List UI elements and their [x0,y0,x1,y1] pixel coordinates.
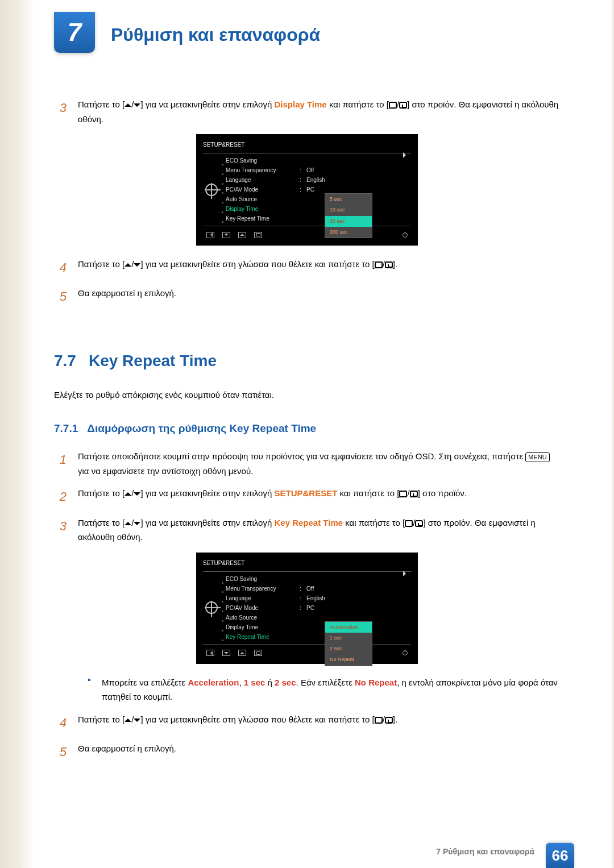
page-number-badge: 66 [546,843,574,868]
osd-screenshot-display-time: SETUP&RESET ECO SavingMenu Transparency:… [196,134,418,246]
highlight-setup-reset: SETUP&RESET [274,488,337,498]
highlight-norepeat: No Repeat [355,678,397,687]
bullet-item: Μπορείτε να επιλέξετε Acceleration, 1 se… [78,675,560,704]
osd-row-label: PC/AV Mode [226,603,300,613]
bullet-text: Μπορείτε να επιλέξετε Acceleration, 1 se… [102,675,560,704]
nav-power-icon [403,650,408,655]
nav-left-icon [206,232,214,238]
nav-down-icon [222,650,230,656]
osd-row-label: ECO Saving [226,574,300,584]
osd-row-label: Auto Source [226,613,300,622]
step-number: 3 [54,516,67,545]
osd-popup-option: 5 sec [325,194,372,205]
rect-icon [375,717,383,724]
down-arrow-icon [134,103,140,110]
enter-icon [385,717,393,724]
step-text: Πατήστε το [/] για να μετακινηθείτε στη … [78,257,560,278]
osd-row-label: Menu Transparency [226,165,300,175]
step-number: 5 [54,741,67,762]
osd-row-label: PC/AV Mode [226,185,300,194]
step-number: 3 [54,97,67,126]
osd-menu-row: ECO Saving [226,156,411,165]
highlight-key-repeat-time: Key Repeat Time [274,518,343,528]
nav-left-icon [206,650,214,656]
osd-row-label: Display Time [226,622,300,632]
up-arrow-icon [125,260,131,267]
osd-row-colon: : [300,165,306,175]
up-arrow-icon [125,715,131,722]
rect-icon [399,491,407,497]
osd-row-colon: : [300,185,306,194]
down-arrow-icon [134,719,140,725]
step-text: Θα εφαρμοστεί η επιλογή. [78,741,560,762]
text: Πατήστε το [ [78,715,125,724]
highlight-display-time: Display Time [274,99,326,109]
osd-menu-row: PC/AV Mode:PC [226,185,411,194]
text: Πατήστε το [ [78,99,125,109]
step-number: 2 [54,486,67,507]
osd-popup-option: Acceleration [325,622,372,633]
osd-popup-option: 10 sec [325,205,372,215]
nav-up-icon [238,650,246,656]
rect-icon [405,520,413,527]
section-heading-7-7: 7.7 Key Repeat Time [54,347,560,375]
enter-icon [410,491,418,497]
text: Πατήστε το [ [78,259,125,269]
text: και πατήστε το [ [327,99,389,109]
osd-row-value: English [306,593,411,603]
osd-divider [203,226,411,226]
osd-menu-dots [222,164,223,223]
osd-menu-list: ECO SavingMenu Transparency:OffLanguage:… [226,156,411,223]
osd-menu-row: Auto Source [226,613,411,622]
page-footer: 7 Ρύθμιση και επαναφορά 66 [0,835,614,868]
osd-row-value: Off [306,165,411,175]
osd-menu-row: Key Repeat Time [226,214,411,223]
osd-menu-row: Language:English [226,175,411,185]
chapter-header: 7 Ρύθμιση και επαναφορά [0,0,614,63]
osd-arrow-right-icon [403,571,409,576]
osd-menu-row: Display Time [226,622,411,632]
subsection-number: 7.7.1 [54,420,78,438]
step-3: 3 Πατήστε το [/] για να μετακινηθείτε στ… [54,516,560,545]
osd-popup-option: 20 sec [325,216,372,227]
osd-menu-row: Menu Transparency:Off [226,165,411,175]
text: και πατήστε το [ [337,488,399,498]
highlight-1sec: 1 sec [244,678,265,687]
enter-icon [399,102,407,109]
text: , [239,678,243,687]
text: ]. [393,259,397,269]
text: Πατήστε το [ [78,488,125,498]
section-description: Ελέγξτε το ρυθμό απόκρισης ενός κουμπιού… [54,388,560,402]
osd-menu-row: Display Time [226,204,411,214]
step-number: 4 [54,712,67,733]
osd-divider [203,153,411,153]
text: ] για να μετακινηθείτε στη γλώσσα που θέ… [140,715,374,724]
bullet-icon [78,675,90,704]
step-text: Πατήστε το [/] για να μετακινηθείτε στην… [78,486,560,507]
osd-row-label: Auto Source [226,194,300,204]
osd-row-value: Off [306,584,411,593]
subsection-heading-7-7-1: 7.7.1 Διαμόρφωση της ρύθμισης Key Repeat… [54,420,560,438]
step-text: Πατήστε το [/] για να μετακινηθείτε στη … [78,712,560,733]
step-3: 3 Πατήστε το [/] για να μετακινηθείτε στ… [54,97,560,126]
gear-icon [205,601,218,614]
step-text: Πατήστε οποιοδήποτε κουμπί στην πρόσοψη … [78,449,560,478]
down-arrow-icon [134,492,140,499]
chapter-title: Ρύθμιση και επαναφορά [111,14,320,45]
nav-power-icon [403,232,408,238]
step-4: 4 Πατήστε το [/] για να μετακινηθείτε στ… [54,712,560,733]
step-4: 4 Πατήστε το [/] για να μετακινηθείτε στ… [54,257,560,278]
text: Μπορείτε να επιλέξετε [102,678,188,687]
step-text: Πατήστε το [/] για να μετακινηθείτε στην… [78,97,560,126]
step-number: 1 [54,449,67,478]
osd-row-label: Language [226,175,300,185]
text: ή [265,678,275,687]
osd-left-icon-area [203,156,220,223]
osd-row-label: Menu Transparency [226,584,300,593]
text: ]. [393,715,397,724]
osd-menu-list: ECO SavingMenu Transparency:OffLanguage:… [226,574,411,642]
nav-up-icon [238,232,246,238]
osd-menu-row: Key Repeat Time [226,632,411,642]
rect-icon [389,102,397,109]
chapter-number-badge: 7 [54,12,95,53]
